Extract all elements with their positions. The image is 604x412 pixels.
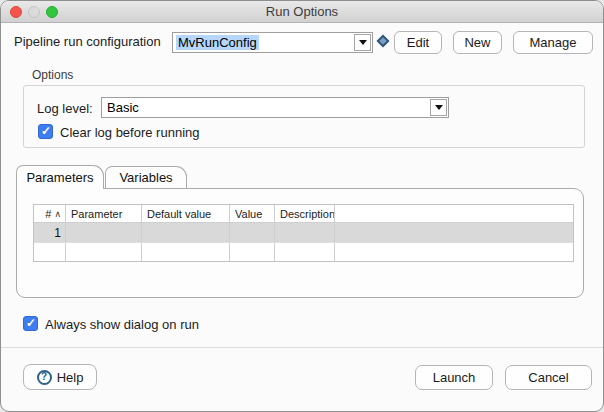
filler-cell[interactable] <box>335 243 573 261</box>
always-show-dialog-label[interactable]: Always show dialog on run <box>45 317 199 332</box>
tab-variables-label: Variables <box>119 170 172 185</box>
edit-button[interactable]: Edit <box>394 31 442 54</box>
column-header-filler <box>335 205 573 222</box>
sort-ascending-icon: ∧ <box>54 209 61 219</box>
tab-parameters[interactable]: Parameters <box>16 165 104 189</box>
log-level-value: Basic <box>105 100 141 115</box>
column-header-value[interactable]: Value <box>230 205 275 222</box>
title-bar[interactable]: Run Options <box>1 1 603 23</box>
tab-parameters-label: Parameters <box>26 170 93 185</box>
description-cell[interactable] <box>275 243 335 261</box>
window-title: Run Options <box>1 4 603 19</box>
parameter-cell[interactable] <box>66 223 142 242</box>
column-header-default-value[interactable]: Default value <box>142 205 230 222</box>
description-cell[interactable] <box>275 223 335 242</box>
filler-cell[interactable] <box>335 223 573 242</box>
clear-log-checkbox[interactable] <box>38 124 53 139</box>
value-cell[interactable] <box>230 243 275 261</box>
row-number-cell[interactable]: 1 <box>34 223 66 242</box>
row-number-cell[interactable] <box>34 243 66 261</box>
table-row[interactable] <box>34 242 573 261</box>
help-button-label: Help <box>57 370 84 385</box>
chevron-down-icon[interactable] <box>354 34 371 51</box>
column-header-num[interactable]: # ∧ <box>34 205 66 222</box>
column-header-parameter[interactable]: Parameter <box>66 205 142 222</box>
default-value-cell[interactable] <box>142 243 230 261</box>
always-show-dialog-checkbox[interactable] <box>23 316 38 331</box>
help-button[interactable]: Help <box>23 364 97 390</box>
question-mark-icon <box>37 370 52 385</box>
run-options-dialog: Run Options Pipeline run configuration M… <box>0 0 604 412</box>
run-configuration-value: MvRunConfig <box>176 35 259 50</box>
log-level-combobox[interactable]: Basic <box>101 97 449 118</box>
tab-variables[interactable]: Variables <box>105 166 187 188</box>
cancel-button[interactable]: Cancel <box>505 365 592 390</box>
table-row[interactable]: 1 <box>34 223 573 242</box>
new-button[interactable]: New <box>453 31 502 54</box>
pipeline-config-label: Pipeline run configuration <box>14 34 161 49</box>
manage-button[interactable]: Manage <box>513 31 593 54</box>
default-value-cell[interactable] <box>142 223 230 242</box>
launch-button[interactable]: Launch <box>415 365 493 390</box>
options-group-title: Options <box>30 68 75 82</box>
diamond-icon <box>376 34 390 48</box>
value-cell[interactable] <box>230 223 275 242</box>
footer-divider <box>1 347 604 348</box>
parameters-table: # ∧ Parameter Default value Value Descri… <box>33 204 574 262</box>
clear-log-label[interactable]: Clear log before running <box>60 125 199 140</box>
log-level-label: Log level: <box>37 101 93 116</box>
chevron-down-icon[interactable] <box>430 99 447 116</box>
table-header-row: # ∧ Parameter Default value Value Descri… <box>34 205 573 223</box>
parameter-cell[interactable] <box>66 243 142 261</box>
column-header-description[interactable]: Description <box>275 205 335 222</box>
run-configuration-combobox[interactable]: MvRunConfig <box>172 32 373 53</box>
